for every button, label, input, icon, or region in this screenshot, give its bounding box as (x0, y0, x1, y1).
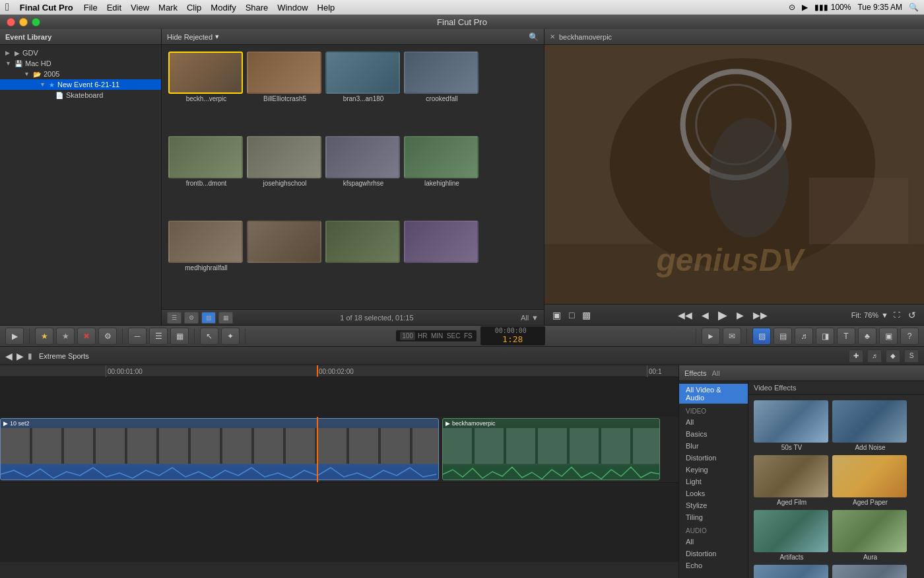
clip-item-extra2[interactable] (325, 221, 401, 303)
audio-btn[interactable]: ♬ (795, 328, 813, 345)
search-icon[interactable]: 🔍 (909, 3, 919, 12)
effects-cat-stylize[interactable]: Stylize (679, 499, 748, 511)
effect-item-artifacts[interactable]: Artifacts (754, 510, 830, 562)
hide-rejected-filter[interactable]: Hide Rejected ▾ (167, 32, 219, 41)
timeline-audio-btn[interactable]: ♬ (867, 349, 882, 363)
select-btn[interactable]: ↖ (200, 328, 218, 345)
effects-cat-basics[interactable]: Basics (679, 428, 748, 440)
clip-detail-btn[interactable]: ☰ (149, 328, 168, 345)
transform-btn[interactable]: ▣ (879, 328, 898, 345)
close-button[interactable] (7, 18, 15, 26)
tree-item-skateboard[interactable]: 📄 Skateboard (0, 90, 161, 100)
clip-item-beckham[interactable]: beckh...verpic (168, 52, 244, 133)
tree-item-new-event[interactable]: ▼ ★ New Event 6-21-11 (0, 79, 161, 90)
clip-item-billelliot[interactable]: BillElliotcrash5 (247, 52, 323, 133)
clip-item-crookedfall[interactable]: crookedfall (404, 52, 480, 133)
effect-item-agedpaper[interactable]: Aged Paper (832, 455, 908, 507)
clip-item-extra3[interactable] (404, 221, 480, 303)
effects-cat-echo[interactable]: Echo (679, 560, 748, 571)
viewer-undo-btn[interactable]: ↺ (906, 310, 919, 320)
effects-cat-keying[interactable]: Keying (679, 464, 748, 476)
viewer-icon-btn3[interactable]: ▩ (579, 310, 593, 320)
clip-appearance-btn[interactable]: ─ (128, 328, 147, 345)
tree-item-2005[interactable]: ▼ 📂 2005 (0, 69, 161, 79)
menu-file[interactable]: File (84, 3, 98, 13)
browser-search-icon[interactable]: 🔍 (529, 32, 539, 42)
clip-item-medhigh[interactable]: medhighrailfall (168, 221, 244, 303)
effects-cat-all-video-audio[interactable]: All Video & Audio (679, 384, 748, 404)
clip-10set2[interactable]: ▶ 10 set2 (0, 418, 439, 480)
clip-item-kfspag[interactable]: kfspagwhrhse (325, 136, 401, 218)
timeline-snap-btn[interactable]: ◆ (886, 349, 900, 363)
menu-edit[interactable]: Edit (107, 3, 121, 13)
effect-item-agedfilm[interactable]: Aged Film (754, 455, 830, 507)
effects-view-btn[interactable]: ▨ (752, 328, 771, 345)
clip-beckhamoverpic[interactable]: ▶ beckhamoverpic (442, 418, 660, 480)
timeline-back-btn[interactable]: ◀ (5, 351, 13, 361)
filter-icon[interactable]: ▼ (531, 314, 539, 322)
apple-menu-icon[interactable]:  (5, 1, 9, 13)
unfavorite-btn[interactable]: ★ (56, 328, 75, 345)
tool-cut-btn[interactable]: ✉ (723, 328, 741, 345)
settings-btn[interactable]: ⚙ (184, 312, 199, 324)
step-forward-button[interactable]: ▶ (734, 310, 746, 320)
tree-item-gdv[interactable]: ▶ ▶ GDV (0, 48, 161, 58)
color-btn[interactable]: ♣ (858, 328, 876, 345)
video-scope-btn[interactable]: ◨ (816, 328, 834, 345)
import-btn[interactable]: ▶ (5, 328, 24, 345)
viewer-icon-btn2[interactable]: □ (566, 310, 577, 320)
fit-dropdown-icon[interactable]: ▼ (881, 311, 888, 319)
reject-btn[interactable]: ✖ (77, 328, 96, 345)
list-view-btn[interactable]: ☰ (167, 312, 182, 324)
clip-item-lakehigh[interactable]: lakehighline (404, 136, 480, 218)
timecode-display[interactable]: 00:00:00 1:28 (480, 326, 546, 346)
step-back-button[interactable]: ◀ (699, 310, 711, 320)
timeline-add-btn[interactable]: ✚ (849, 349, 863, 363)
settings-btn2[interactable]: ⚙ (98, 328, 117, 345)
menu-view[interactable]: View (131, 3, 149, 13)
effect-item-addnoise[interactable]: Add Noise (832, 400, 908, 452)
effects-cat-audio-all[interactable]: All (679, 536, 748, 548)
timeline-playhead[interactable] (317, 365, 318, 377)
timeline-solo-btn[interactable]: S (904, 349, 919, 363)
viewer-close-icon[interactable]: ✕ (550, 33, 555, 40)
effects-cat-tiling[interactable]: Tiling (679, 511, 748, 523)
effects-all-label[interactable]: All (711, 369, 719, 377)
play-button[interactable]: ▶ (715, 308, 730, 322)
effects-cat-distortion[interactable]: Distortion (679, 452, 748, 464)
skip-forward-button[interactable]: ▶▶ (750, 310, 770, 320)
clip-grid-btn[interactable]: ▦ (170, 328, 189, 345)
effect-item-extra1[interactable] (754, 565, 830, 578)
filmstrip-view-btn[interactable]: ▨ (201, 312, 216, 324)
viewer-expand-btn[interactable]: ⛶ (891, 311, 903, 318)
clip-item-extra1[interactable] (247, 221, 323, 303)
menu-share[interactable]: Share (246, 3, 269, 13)
maximize-button[interactable] (32, 18, 40, 26)
trim-btn[interactable]: ✦ (221, 328, 240, 345)
effect-item-aura[interactable]: Aura (832, 510, 908, 562)
help-btn[interactable]: ? (900, 328, 919, 345)
viewer-icon-btn1[interactable]: ▣ (550, 310, 564, 320)
clip-item-josehigh[interactable]: josehighschool (247, 136, 323, 218)
effects-cat-all[interactable]: All (679, 416, 748, 428)
menu-mark[interactable]: Mark (158, 3, 178, 13)
minimize-button[interactable] (19, 18, 28, 26)
all-filter-label[interactable]: All (521, 314, 529, 322)
grid-view-btn[interactable]: ▦ (218, 312, 233, 324)
effect-item-50stv[interactable]: 50s TV (754, 400, 830, 452)
fit-value[interactable]: 76% (864, 311, 878, 319)
title-btn[interactable]: T (837, 328, 855, 345)
clip-item-frontb[interactable]: frontb...dmont (168, 136, 244, 218)
menu-window[interactable]: Window (277, 3, 308, 13)
menu-clip[interactable]: Clip (187, 3, 201, 13)
tree-item-machd[interactable]: ▼ 💾 Mac HD (0, 58, 161, 69)
effects-cat-looks[interactable]: Looks (679, 488, 748, 499)
effects-cat-light[interactable]: Light (679, 476, 748, 488)
snapshot-btn[interactable]: ▤ (774, 328, 792, 345)
effects-cat-blur[interactable]: Blur (679, 440, 748, 452)
favorite-btn[interactable]: ★ (35, 328, 53, 345)
timeline-forward-btn[interactable]: ▶ (16, 351, 24, 361)
menu-help[interactable]: Help (317, 3, 335, 13)
skip-back-button[interactable]: ◀◀ (675, 310, 695, 320)
app-name[interactable]: Final Cut Pro (20, 3, 73, 13)
